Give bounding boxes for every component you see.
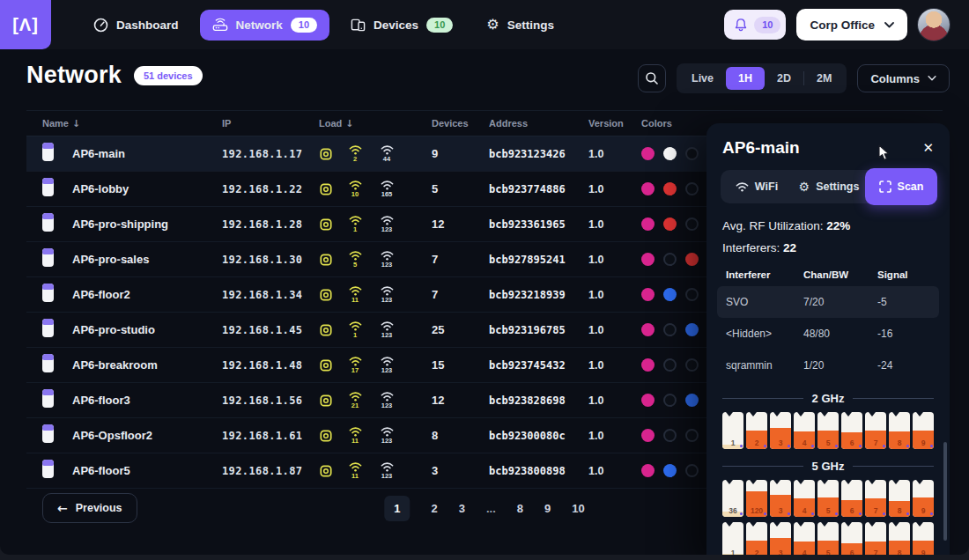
- chevron-down-icon: [928, 76, 936, 81]
- device-address: bcb923361965: [489, 218, 588, 231]
- panel-scrollbar[interactable]: [943, 442, 947, 541]
- interferer-name: SVO: [726, 296, 803, 308]
- panel-tab-scan[interactable]: Scan: [865, 168, 937, 205]
- previous-page-button[interactable]: ← Previous: [42, 493, 137, 523]
- wifi-5g-icon: 123: [377, 356, 396, 374]
- devices-icon: [351, 18, 366, 33]
- device-client-count: 7: [432, 253, 489, 266]
- device-address: bcb923218939: [489, 289, 588, 301]
- time-filter-live[interactable]: Live: [679, 67, 726, 91]
- device-name: AP6-breakroom: [72, 358, 222, 372]
- devices-count-badge: 10: [426, 18, 453, 33]
- status-dot-dark: [663, 394, 677, 407]
- wifi-5g-icon: 123: [377, 461, 396, 480]
- user-avatar[interactable]: [918, 9, 950, 41]
- load-chip-icon: [319, 323, 333, 337]
- wifi-2g-icon: 17: [345, 356, 365, 374]
- sort-desc-icon: ↓: [345, 118, 353, 129]
- status-dot-red: [685, 253, 699, 266]
- panel-title: AP6-main: [722, 138, 800, 158]
- page-ellipsis: ...: [486, 503, 496, 514]
- device-version: 1.0: [588, 430, 641, 442]
- device-name: AP6-pro-shipping: [72, 217, 222, 231]
- channel-tile: 4: [794, 522, 815, 555]
- access-point-icon: [42, 460, 54, 478]
- app-logo[interactable]: [Λ]: [0, 0, 51, 49]
- tab-label: Settings: [816, 181, 859, 193]
- page-number[interactable]: 9: [544, 503, 551, 514]
- time-range-filter: Live1H2D2M: [677, 63, 847, 93]
- page-number[interactable]: 10: [572, 503, 584, 514]
- nav-network[interactable]: Network 10: [200, 10, 330, 41]
- chevron-down-icon: [884, 22, 894, 28]
- device-client-count: 8: [432, 429, 489, 442]
- access-point-icon: [42, 389, 54, 408]
- channel-tile: 6: [841, 412, 862, 449]
- device-client-count: 5: [432, 182, 489, 195]
- channel-number: 9: [913, 438, 934, 447]
- load-cell: 21 123: [319, 391, 432, 409]
- channel-tile: 7: [865, 522, 886, 555]
- time-filter-1h[interactable]: 1H: [726, 67, 765, 91]
- load-cell: 11 123: [319, 426, 432, 445]
- wifi-5g-icon: 123: [377, 391, 396, 409]
- channel-tile: 8: [889, 412, 910, 449]
- close-icon[interactable]: ✕: [922, 142, 934, 155]
- page-title: Network: [26, 62, 122, 89]
- search-button[interactable]: [638, 64, 666, 92]
- channel-number: 4: [794, 438, 815, 447]
- nav-dashboard[interactable]: Dashboard: [81, 10, 191, 41]
- device-name: AP6-floor3: [72, 394, 222, 407]
- panel-tab-wifi[interactable]: WiFi: [721, 170, 793, 203]
- interferer-row[interactable]: SVO7/20-5: [717, 286, 939, 318]
- interferer-row[interactable]: sqrammin1/20-24: [717, 350, 939, 381]
- device-version: 1.0: [588, 465, 641, 477]
- org-selector-label: Corp Office: [810, 18, 875, 32]
- panel-tab-settings[interactable]: ⚙Settings: [793, 170, 865, 203]
- nav-label: Network: [236, 18, 283, 32]
- channel-number: 9: [913, 549, 934, 555]
- status-dot-pink: [641, 217, 655, 231]
- device-address: bcb923800898: [489, 465, 588, 477]
- column-header-version: Version: [588, 118, 641, 129]
- scan-icon: [879, 181, 891, 193]
- channel-tile: 36: [722, 480, 743, 517]
- org-selector[interactable]: Corp Office: [796, 9, 907, 41]
- status-dot-red: [663, 217, 677, 231]
- device-address: bcb923196785: [489, 324, 588, 336]
- gear-icon: ⚙: [799, 181, 810, 193]
- arrow-left-icon: ←: [57, 501, 68, 515]
- device-ip: 192.168.1.22: [222, 183, 319, 195]
- load-chip-icon: [319, 217, 333, 232]
- load-cell: 11 123: [319, 285, 432, 304]
- device-version: 1.0: [588, 359, 641, 372]
- access-point-icon: [42, 424, 54, 443]
- column-header-devices: Devices: [432, 118, 489, 129]
- column-header-name[interactable]: Name↓: [42, 118, 222, 129]
- channel-number: 5: [817, 506, 839, 515]
- device-name: AP6-pro-sales: [72, 253, 222, 266]
- interferer-row[interactable]: <Hidden>48/80-16: [717, 318, 939, 350]
- channel-tile: 5: [817, 412, 839, 449]
- channel-utilization-charts: 2 GHz1234567895 GHz361203456789123456789…: [706, 392, 950, 555]
- column-header-load[interactable]: Load↓: [319, 118, 432, 129]
- status-dot-pink: [641, 182, 655, 195]
- device-ip: 192.168.1.34: [222, 289, 319, 301]
- load-chip-icon: [319, 182, 333, 196]
- nav-settings[interactable]: ⚙ Settings: [474, 10, 566, 40]
- time-filter-2m[interactable]: 2M: [804, 67, 844, 91]
- page-number[interactable]: 3: [459, 503, 465, 514]
- columns-button[interactable]: Columns: [857, 64, 950, 92]
- nav-devices[interactable]: Devices 10: [338, 10, 465, 41]
- time-filter-2d[interactable]: 2D: [765, 67, 803, 91]
- dashboard-icon: [93, 18, 108, 33]
- page-number[interactable]: 8: [517, 503, 523, 514]
- notifications-button[interactable]: 10: [724, 10, 786, 40]
- device-client-count: 3: [432, 464, 489, 477]
- interferer-signal: -5: [877, 296, 930, 308]
- page-number[interactable]: 1: [384, 496, 410, 521]
- interferer-chan-bw: 7/20: [803, 296, 877, 308]
- page-number[interactable]: 2: [431, 503, 437, 514]
- channel-tile: 4: [794, 480, 815, 517]
- interferer-table-body: SVO7/20-5<Hidden>48/80-16sqrammin1/20-24: [717, 286, 939, 381]
